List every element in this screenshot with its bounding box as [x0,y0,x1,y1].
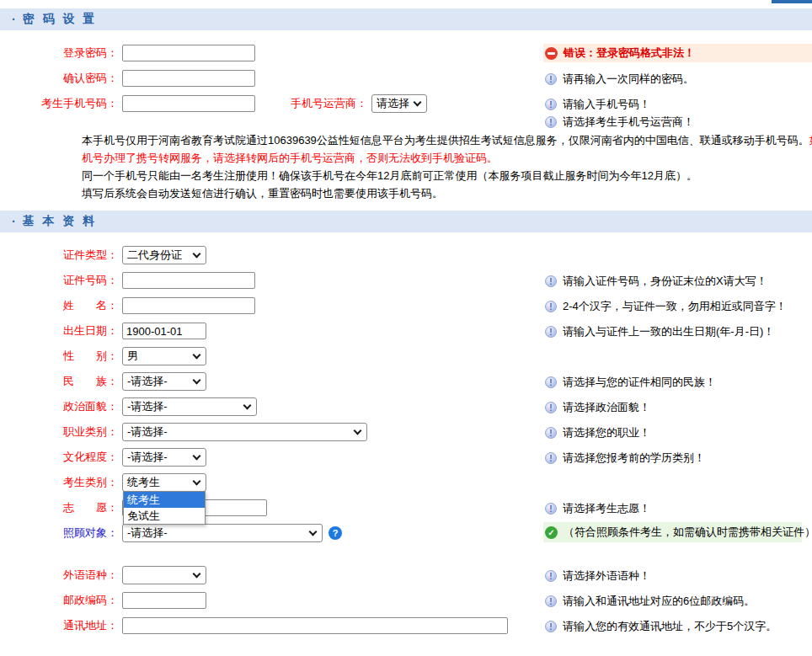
cert-no-input[interactable] [122,272,255,289]
row-phone: 考生手机号码： 手机号运营商： 请选择 ! 请输入手机号码！ [0,94,812,113]
section-bullet: · [12,13,16,26]
ethnic-label: 民 族： [0,374,118,389]
cert-type-select[interactable]: 二代身份证 [122,246,206,264]
gender-select[interactable]: 男 [122,347,206,365]
info-icon: ! [545,503,557,515]
confirm-password-hint: ! 请再输入一次同样的密码。 [543,72,694,87]
birth-hint: ! 请输入与证件上一致的出生日期(年-月-日)！ [543,324,774,339]
chevron-down-icon [193,477,201,485]
birth-input[interactable] [122,323,206,339]
row-education: 文化程度： -请选择- ! 请选择您报考前的学历类别！ [0,448,812,467]
section-header-password: · 密 码 设 置 [0,8,812,30]
row-political: 政治面貌： -请选择- ! 请选择政治面貌！ [0,397,812,416]
check-icon: ✓ [545,526,558,539]
confirm-password-label: 确认密码： [0,71,118,86]
login-password-input[interactable] [122,45,255,61]
info-icon: ! [545,595,557,607]
cert-no-label: 证件号码： [0,273,118,288]
name-hint: ! 2-4个汉字，与证件一致，勿用相近或同音字！ [543,299,787,314]
political-label: 政治面貌： [0,399,118,414]
confirm-password-input[interactable] [122,70,255,87]
political-hint: ! 请选择政治面貌！ [543,400,650,415]
row-category: 考生类别： 统考生 统考生 免试生 [0,473,812,492]
category-select[interactable]: 统考生 [122,473,206,492]
address-hint: ! 请输入您的有效通讯地址，不少于5个汉字。 [543,619,777,634]
ethnic-select[interactable]: -请选择- [122,372,206,391]
login-password-error-text: 错误：登录密码格式非法！ [564,45,695,61]
section-title-password: 密 码 设 置 [23,12,98,27]
chevron-down-icon [354,426,362,435]
category-select-value: 统考生 [127,475,160,490]
row-login-password: 登录密码： 错误：登录密码格式非法！ [0,44,812,62]
info-icon: ! [545,452,557,464]
chevron-down-icon [193,249,201,258]
notice-line-3: 同一个手机号只能由一名考生注册使用！确保该手机号在今年12月底前可正常使用（本服… [82,167,812,184]
password-section-body: 登录密码： 错误：登录密码格式非法！ 确认密码： ! 请再输入一次同样的密码。 … [0,30,812,202]
info-icon: ! [545,402,557,413]
postal-label: 邮政编码： [0,593,118,608]
occupation-select[interactable]: -请选择- [122,423,367,441]
carrier-select[interactable]: 请选择 [371,94,427,113]
info-icon: ! [545,301,557,312]
login-password-error: 错误：登录密码格式非法！ [543,44,812,62]
info-icon: ! [545,570,557,582]
cert-no-hint: ! 请输入证件号码，身份证末位的X请大写！ [543,274,767,289]
category-dropdown-list: 统考生 免试生 [123,491,206,525]
notice-line-2: 机号办理了携号转网服务，请选择转网后的手机号运营商，否则无法收到手机验证码。 [82,149,812,167]
birth-label: 出生日期： [0,323,118,339]
address-input[interactable] [122,617,508,634]
political-select[interactable]: -请选择- [122,397,257,416]
chevron-down-icon [243,401,252,409]
error-icon [545,47,558,60]
carrier-hint: ! 请选择考生手机号运营商！ [543,115,694,130]
volunteer-label: 志 愿： [0,500,118,515]
occupation-select-value: -请选择- [127,424,168,440]
row-occupation: 职业类别： -请选择- ! 请选择您的职业！ [0,423,812,441]
address-label: 通讯地址： [0,618,118,633]
postal-input[interactable] [122,592,206,609]
education-select[interactable]: -请选择- [122,448,206,467]
carrier-label: 手机号运营商： [291,96,367,111]
gender-select-value: 男 [127,349,138,364]
phone-input[interactable] [122,95,255,112]
row-birth: 出生日期： ! 请输入与证件上一致的出生日期(年-月-日)！ [0,322,812,340]
help-icon[interactable]: ? [329,526,342,540]
row-volunteer: 志 愿： ! 请选择考生志愿！ [0,499,812,517]
info-icon: ! [545,326,557,338]
row-care: 照顾对象： -请选择- ? ✓ （符合照顾条件考生，如需确认时需携带相关证件） [0,524,812,542]
occupation-hint: ! 请选择您的职业！ [543,425,650,440]
care-select-value: -请选择- [127,525,168,541]
row-address: 通讯地址： ! 请输入您的有效通讯地址，不少于5个汉字。 [0,616,812,635]
name-input[interactable] [122,297,255,314]
row-cert-no: 证件号码： ! 请输入证件号码，身份证末位的X请大写！ [0,271,812,290]
info-icon: ! [545,427,557,439]
education-label: 文化程度： [0,450,118,465]
cert-type-select-value: 二代身份证 [127,248,182,263]
care-select[interactable]: -请选择- [122,524,323,542]
row-postal: 邮政编码： ! 请输入和通讯地址对应的6位邮政编码。 [0,591,812,610]
login-password-label: 登录密码： [0,45,118,61]
row-name: 姓 名： ! 2-4个汉字，与证件一致，勿用相近或同音字！ [0,296,812,315]
foreign-lang-select[interactable] [122,566,206,584]
ethnic-hint: ! 请选择与您的证件相同的民族！ [543,375,716,390]
chevron-down-icon [193,569,201,578]
category-option-tongkao[interactable]: 统考生 [124,492,205,508]
occupation-label: 职业类别： [0,424,118,440]
ethnic-select-value: -请选择- [127,374,168,389]
phone-notice: 本手机号仅用于河南省教育考试院通过10639639公益性短信息平台为考生提供招生… [82,131,812,202]
phone-hint: ! 请输入手机号码！ [543,97,650,112]
info-icon: ! [545,376,557,388]
foreign-lang-label: 外语语种： [0,568,118,583]
section-header-basic: · 基 本 资 料 [0,211,812,232]
postal-hint: ! 请输入和通讯地址对应的6位邮政编码。 [543,594,755,609]
row-carrier-hint: ! 请选择考生手机号运营商！ [0,115,812,130]
row-confirm-password: 确认密码： ! 请再输入一次同样的密码。 [0,69,812,88]
row-gender: 性 别： 男 [0,347,812,365]
volunteer-hint: ! 请选择考生志愿！ [543,501,650,516]
row-cert-type: 证件类型： 二代身份证 [0,246,812,264]
section-title-basic: 基 本 资 料 [23,214,98,229]
political-select-value: -请选择- [127,399,168,414]
category-option-mianshi[interactable]: 免试生 [124,508,205,524]
cert-type-label: 证件类型： [0,248,118,263]
section-bullet: · [12,215,16,228]
